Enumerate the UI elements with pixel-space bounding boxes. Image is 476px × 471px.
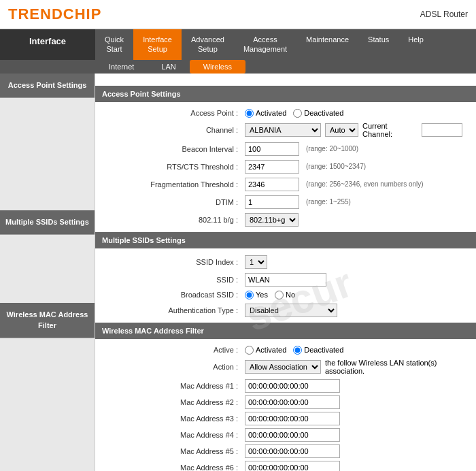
mac-input-3[interactable] — [245, 412, 340, 425]
dot11-row: 802.11 b/g : 802.11b+g 802.11b 802.11g — [109, 213, 462, 227]
mac-row-2: Mac Address #2 : — [109, 395, 462, 409]
nav-status[interactable]: Status — [358, 29, 398, 60]
dtim-row: DTIM : (range: 1~255) — [109, 195, 462, 209]
broadcast-ssid-row: Broadcast SSID : Yes No — [109, 291, 462, 299]
subnav: Internet LAN Wireless — [0, 60, 476, 74]
nav-interface-setup[interactable]: InterfaceSetup — [133, 29, 182, 60]
current-channel-input[interactable] — [422, 123, 462, 137]
access-point-row: Access Point : Activated Deactivated — [109, 109, 462, 118]
mac-input-6[interactable] — [245, 461, 340, 471]
nav-help[interactable]: Help — [398, 29, 433, 60]
mac-active-row: Active : Activated Deactivated — [109, 346, 462, 355]
beacon-interval-value: (range: 20~1000) — [245, 142, 358, 156]
auth-type-row: Authentication Type : Disabled WEP WPA-P… — [109, 304, 462, 317]
beacon-interval-range: (range: 20~1000) — [306, 145, 358, 152]
auth-type-label: Authentication Type : — [109, 306, 245, 314]
channel-label: Channel : — [109, 126, 245, 134]
section-mac-filter: Wireless MAC Address Filter — [95, 323, 476, 339]
dot11-label: 802.11 b/g : — [109, 216, 245, 224]
ssid-index-select[interactable]: 1234 — [245, 255, 267, 269]
subnav-lan[interactable]: LAN — [148, 60, 189, 74]
subnav-wireless[interactable]: Wireless — [190, 60, 245, 74]
auth-type-select[interactable]: Disabled WEP WPA-PSK WPA2-PSK WPA-PSK/WP… — [245, 304, 337, 317]
section-access-point: Access Point Settings — [95, 86, 476, 102]
access-point-label: Access Point : — [109, 109, 245, 117]
frag-row: Fragmentation Threshold : (range: 256~23… — [109, 178, 462, 191]
logo: TRENDCHIP — [8, 5, 101, 23]
ssid-input[interactable] — [245, 273, 326, 287]
broadcast-no-radio[interactable] — [275, 291, 284, 299]
access-point-deactivated-radio[interactable] — [293, 109, 302, 118]
rtscts-range: (range: 1500~2347) — [306, 163, 366, 170]
mac-row-5: Mac Address #5 : — [109, 444, 462, 458]
sidebar-access-point-settings[interactable]: Access Point Settings — [0, 74, 95, 98]
ssid-index-row: SSID Index : 1234 — [109, 255, 462, 269]
channel-select[interactable]: ALBANIA AUSTRIA BELGIUM FRANCE GERMANY U… — [245, 123, 321, 137]
access-point-radio-group: Activated Deactivated — [245, 109, 343, 118]
beacon-interval-label: Beacon Interval : — [109, 145, 245, 153]
broadcast-ssid-label: Broadcast SSID : — [109, 291, 245, 299]
subnav-internet[interactable]: Internet — [95, 60, 148, 74]
mac-deactivated-radio[interactable] — [293, 346, 302, 355]
mac-action-select[interactable]: Allow Association Deny Association — [245, 360, 321, 374]
channel-row: Channel : ALBANIA AUSTRIA BELGIUM FRANCE… — [109, 122, 462, 138]
mac-input-5[interactable] — [245, 444, 340, 458]
dot11-select[interactable]: 802.11b+g 802.11b 802.11g — [245, 213, 299, 227]
access-point-deactivated-label[interactable]: Deactivated — [293, 109, 343, 118]
dtim-input[interactable] — [245, 195, 299, 209]
sidebar-multiple-ssids-settings[interactable]: Multiple SSIDs Settings — [0, 210, 95, 235]
mac-action-suffix: the follow Wireless LAN station(s) assoc… — [325, 359, 462, 375]
nav-access-management[interactable]: AccessManagement — [234, 29, 296, 60]
main-nav: Interface QuickStart InterfaceSetup Adva… — [0, 29, 476, 60]
mac-active-label: Active : — [109, 346, 245, 354]
dtim-range: (range: 1~255) — [306, 198, 351, 206]
rtscts-input[interactable] — [245, 160, 299, 174]
access-point-activated-label[interactable]: Activated — [245, 109, 286, 118]
mac-row-3: Mac Address #3 : — [109, 412, 462, 425]
frag-label: Fragmentation Threshold : — [109, 180, 245, 189]
mac-action-row: Action : Allow Association Deny Associat… — [109, 359, 462, 375]
sidebar-wireless-mac-address-filter[interactable]: Wireless MAC Address Filter — [0, 303, 95, 338]
ssid-row: SSID : — [109, 273, 462, 287]
channel-auto-select[interactable]: Auto 123 456 789 10111213 — [325, 123, 358, 137]
mac-label-6: Mac Address #6 : — [109, 464, 245, 471]
mac-row-1: Mac Address #1 : — [109, 379, 462, 393]
dtim-value: (range: 1~255) — [245, 195, 351, 209]
nav-quick-start[interactable]: QuickStart — [95, 29, 133, 60]
router-label: ADSL Router — [420, 10, 468, 19]
header: TRENDCHIP ADSL Router — [0, 0, 476, 29]
access-point-activated-radio[interactable] — [245, 109, 254, 118]
nav-interface-label: Interface — [0, 29, 95, 60]
mac-active-radio-group: Activated Deactivated — [245, 346, 343, 355]
frag-input[interactable] — [245, 178, 299, 191]
broadcast-yes-radio[interactable] — [245, 291, 254, 299]
mac-label-3: Mac Address #3 : — [109, 415, 245, 423]
beacon-interval-row: Beacon Interval : (range: 20~1000) — [109, 142, 462, 156]
mac-activated-radio[interactable] — [245, 346, 254, 355]
broadcast-yes-label[interactable]: Yes — [245, 291, 268, 299]
nav-advanced-setup[interactable]: AdvancedSetup — [182, 29, 234, 60]
dot11-value: 802.11b+g 802.11b 802.11g — [245, 213, 299, 227]
mac-input-4[interactable] — [245, 428, 340, 442]
mac-label-5: Mac Address #5 : — [109, 447, 245, 455]
mac-row-6: Mac Address #6 : — [109, 461, 462, 471]
mac-input-1[interactable] — [245, 379, 340, 393]
mac-deactivated-label[interactable]: Deactivated — [293, 346, 343, 355]
mac-addresses: Mac Address #1 : Mac Address #2 : Mac Ad… — [109, 379, 462, 471]
rtscts-value: (range: 1500~2347) — [245, 160, 366, 174]
ssid-index-value: 1234 — [245, 255, 267, 269]
sidebar: Access Point Settings Multiple SSIDs Set… — [0, 74, 95, 471]
beacon-interval-input[interactable] — [245, 142, 299, 156]
ssid-value — [245, 273, 326, 287]
mac-input-2[interactable] — [245, 395, 340, 409]
dtim-label: DTIM : — [109, 198, 245, 206]
broadcast-no-label[interactable]: No — [275, 291, 295, 299]
nav-maintenance[interactable]: Maintenance — [296, 29, 358, 60]
frag-value: (range: 256~2346, even numbers only) — [245, 178, 424, 191]
ssid-index-label: SSID Index : — [109, 258, 245, 266]
frag-range: (range: 256~2346, even numbers only) — [306, 180, 424, 188]
mac-activated-label[interactable]: Activated — [245, 346, 286, 355]
ssid-label: SSID : — [109, 276, 245, 284]
main-layout: Access Point Settings Multiple SSIDs Set… — [0, 74, 476, 471]
rtscts-row: RTS/CTS Threshold : (range: 1500~2347) — [109, 160, 462, 174]
